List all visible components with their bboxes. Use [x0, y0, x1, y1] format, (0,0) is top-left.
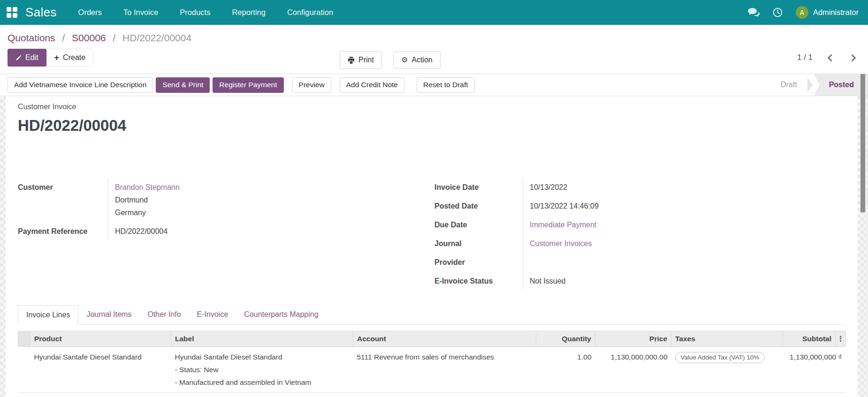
- cell-account[interactable]: 5111 Revenue from sales of merchandises: [353, 347, 536, 393]
- menu-orders[interactable]: Orders: [78, 5, 102, 20]
- status-arrow-icon: [807, 78, 813, 92]
- journal-value-link[interactable]: Customer Invoices: [523, 234, 845, 253]
- column-header-price[interactable]: Price: [595, 331, 671, 347]
- cell-label[interactable]: Hyundai Santafe Diesel Standard - Status…: [171, 347, 353, 393]
- tab-counterparts-mapping[interactable]: Counterparts Mapping: [236, 305, 326, 324]
- menu-products[interactable]: Products: [180, 5, 210, 20]
- customer-label: Customer: [18, 178, 108, 222]
- register-payment-button[interactable]: Register Payment: [213, 77, 283, 93]
- customer-country: Germany: [115, 206, 422, 219]
- status-posted[interactable]: Posted: [814, 74, 868, 96]
- column-header-account[interactable]: Account: [353, 331, 536, 347]
- form-view-background: Customer Invoice HD/2022/00004 Customer …: [0, 96, 868, 397]
- table-header-row: Product Label Account Quantity Price Tax…: [18, 331, 846, 347]
- tab-journal-items[interactable]: Journal Items: [78, 305, 139, 324]
- menu-to-invoice[interactable]: To Invoice: [123, 5, 158, 20]
- pager-next-icon[interactable]: [849, 54, 856, 61]
- app-brand-sales[interactable]: Sales: [25, 5, 57, 20]
- cell-product[interactable]: Hyundai Santafe Diesel Standard: [30, 347, 171, 393]
- posted-date-label: Posted Date: [434, 196, 523, 215]
- optional-columns-toggle-icon[interactable]: ⋮: [836, 331, 846, 347]
- row-handle-column-header: [18, 331, 30, 347]
- apps-grid-icon[interactable]: [7, 7, 18, 18]
- gear-icon: ⚙: [401, 56, 408, 64]
- create-button[interactable]: + Create: [46, 49, 94, 67]
- due-date-label: Due Date: [434, 215, 523, 234]
- column-header-taxes[interactable]: Taxes: [671, 331, 783, 347]
- notebook-tabs: Invoice Lines Journal Items Other Info E…: [18, 305, 845, 325]
- customer-name-link[interactable]: Brandon Stepmann: [115, 181, 422, 194]
- status-draft[interactable]: Draft: [770, 74, 807, 96]
- pencil-icon: [15, 55, 22, 61]
- cell-taxes[interactable]: Value Added Tax (VAT) 10%: [671, 347, 783, 393]
- pager: 1 / 1: [797, 53, 855, 62]
- breadcrumb-separator: /: [113, 32, 115, 43]
- add-vietnamese-description-button[interactable]: Add Vietnamese Invoice Line Description: [8, 77, 153, 93]
- status-widget: Draft Posted: [770, 74, 868, 96]
- statusbar: Add Vietnamese Invoice Line Description …: [0, 74, 868, 96]
- row-handle-cell: [18, 347, 30, 393]
- printer-icon: [348, 57, 355, 64]
- column-header-label[interactable]: Label: [171, 331, 353, 347]
- tab-other-info[interactable]: Other Info: [139, 305, 189, 324]
- control-panel-buttons: Edit + Create Print ⚙ Action 1 / 1: [0, 46, 868, 74]
- invoice-date-value: 10/13/2022: [523, 178, 845, 196]
- user-name: Administrator: [813, 8, 859, 17]
- payment-reference-value: HD/2022/00004: [108, 222, 422, 240]
- invoice-lines-table: Product Label Account Quantity Price Tax…: [18, 331, 846, 393]
- send-and-print-button[interactable]: Send & Print: [156, 77, 210, 93]
- due-date-value-link[interactable]: Immediate Payment: [523, 215, 845, 234]
- label-line: Hyundai Santafe Diesel Standard: [175, 351, 350, 363]
- journal-label: Journal: [434, 234, 523, 253]
- invoice-fields: Customer Brandon Stepmann Dortmund Germa…: [18, 178, 845, 290]
- avatar: A: [796, 6, 808, 19]
- customer-city: Dortmund: [115, 194, 422, 206]
- fields-right-group: Invoice Date 10/13/2022 Posted Date 10/1…: [434, 178, 845, 290]
- navbar-right: A Administrator: [748, 6, 859, 19]
- reset-to-draft-button[interactable]: Reset to Draft: [417, 77, 475, 93]
- edit-button[interactable]: Edit: [8, 49, 46, 67]
- action-button-label: Action: [411, 56, 432, 64]
- cell-subtotal: 1,130,000,000 ₫: [783, 347, 846, 393]
- column-header-subtotal[interactable]: Subtotal: [783, 331, 836, 347]
- vertical-scrollbar[interactable]: [860, 74, 865, 212]
- document-type-label: Customer Invoice: [18, 103, 845, 111]
- tab-e-invoice[interactable]: E-Invoice: [189, 305, 236, 324]
- pager-previous-icon[interactable]: [828, 54, 835, 61]
- print-button[interactable]: Print: [340, 51, 382, 69]
- print-button-label: Print: [358, 56, 374, 64]
- messages-icon[interactable]: [748, 8, 760, 17]
- center-buttons: Print ⚙ Action: [340, 51, 441, 69]
- column-header-product[interactable]: Product: [30, 331, 171, 347]
- plus-icon: +: [54, 53, 60, 62]
- top-navbar: Sales Orders To Invoice Products Reporti…: [0, 0, 868, 25]
- add-credit-note-button[interactable]: Add Credit Note: [340, 77, 404, 93]
- cell-quantity[interactable]: 1.00: [536, 347, 595, 393]
- breadcrumb-current: HD/2022/00004: [122, 32, 191, 43]
- sales-app-window: Sales Orders To Invoice Products Reporti…: [0, 0, 868, 397]
- menu-configuration[interactable]: Configuration: [287, 5, 333, 20]
- tab-invoice-lines[interactable]: Invoice Lines: [18, 305, 78, 325]
- breadcrumb-quotations[interactable]: Quotations: [8, 32, 55, 43]
- provider-label: Provider: [434, 253, 523, 271]
- menu-reporting[interactable]: Reporting: [232, 5, 266, 20]
- invoice-date-label: Invoice Date: [434, 178, 523, 196]
- cell-price[interactable]: 1,130,000,000.00: [595, 347, 671, 393]
- provider-value: [523, 253, 845, 271]
- breadcrumb: Quotations / S00006 / HD/2022/00004: [0, 25, 868, 46]
- breadcrumb-separator: /: [62, 32, 65, 43]
- tax-badge[interactable]: Value Added Tax (VAT) 10%: [675, 352, 765, 363]
- invoice-number-title: HD/2022/00004: [18, 117, 845, 135]
- user-menu[interactable]: A Administrator: [796, 6, 859, 19]
- pager-counter: 1 / 1: [797, 53, 813, 62]
- main-menu: Orders To Invoice Products Reporting Con…: [78, 5, 334, 20]
- action-button[interactable]: ⚙ Action: [393, 51, 441, 69]
- posted-date-value: 10/13/2022 14:46:09: [523, 196, 845, 215]
- table-row[interactable]: Hyundai Santafe Diesel Standard Hyundai …: [18, 347, 846, 393]
- label-line: - Status: New: [175, 363, 350, 376]
- breadcrumb-order[interactable]: S00006: [72, 32, 106, 43]
- preview-button[interactable]: Preview: [292, 77, 331, 93]
- column-header-quantity[interactable]: Quantity: [536, 331, 595, 347]
- activity-clock-icon[interactable]: [773, 7, 783, 17]
- einvoice-status-value: Not Issued: [523, 271, 845, 290]
